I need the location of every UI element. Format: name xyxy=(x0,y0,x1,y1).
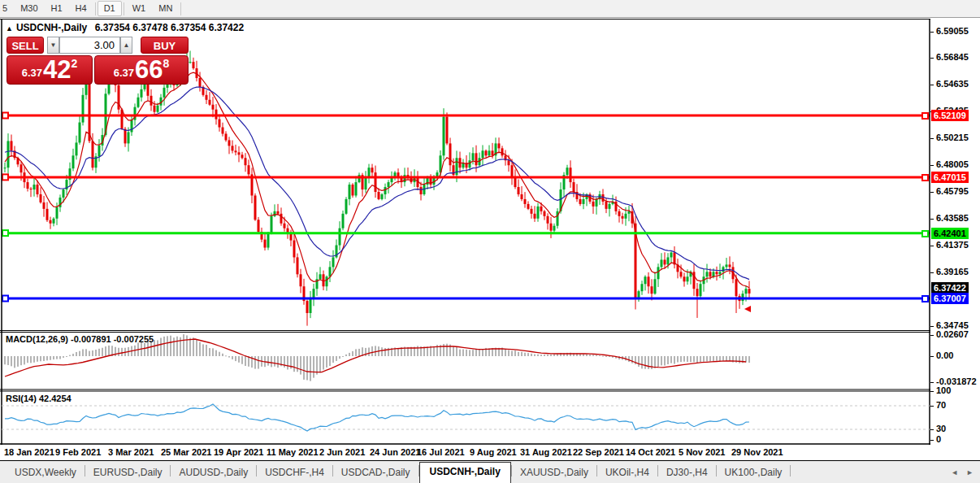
collapse-triangle-icon[interactable]: ▲ xyxy=(6,24,13,33)
chart-tab-bar: USDX,WeeklyEURUSD-,DailyAUDUSD-,DailyUSD… xyxy=(0,460,980,483)
date-tick-label: 24 Jun 2021 xyxy=(370,447,420,457)
axis-tick xyxy=(930,32,934,33)
date-tick-label: 25 Mar 2021 xyxy=(161,447,211,457)
hline-right-handle[interactable] xyxy=(921,295,929,302)
rsi-tick-label: 0 xyxy=(936,434,941,444)
axis-tick xyxy=(930,440,934,441)
hline-price-badge: 6.47015 xyxy=(931,172,969,183)
price-tick-label: 6.43585 xyxy=(936,213,969,223)
timeframe-button-H1[interactable]: H1 xyxy=(45,1,69,16)
hline-left-handle[interactable] xyxy=(2,230,8,236)
rsi-tick-label: 100 xyxy=(936,385,951,395)
axis-tick xyxy=(930,246,934,246)
date-tick-label: 9 Feb 2021 xyxy=(55,447,101,457)
date-tick-label: 31 Aug 2021 xyxy=(520,447,572,457)
price-tick-label: 6.39165 xyxy=(936,267,969,276)
chart-ohlc-values: 6.37354 6.37478 6.37354 6.37422 xyxy=(95,22,245,33)
sell-price-big: 42 xyxy=(43,58,71,82)
tab-usdcad-daily[interactable]: USDCAD-,Daily xyxy=(333,463,418,483)
hline-right-handle[interactable] xyxy=(921,112,929,120)
current-price-badge: 6.37422 xyxy=(931,282,969,294)
timeframe-toolbar: 5M30H1H4D1W1MN xyxy=(0,0,980,18)
date-tick-label: 11 May 2021 xyxy=(267,447,319,457)
axis-tick xyxy=(930,335,934,336)
tab-ukoil-h4[interactable]: UKOil-,H4 xyxy=(597,463,657,483)
hline-left-handle[interactable] xyxy=(2,296,8,302)
buy-price-sup: 8 xyxy=(163,57,170,70)
macd-tick-label: 0.00 xyxy=(936,350,953,360)
axis-tick xyxy=(930,58,934,59)
price-tick-label: 6.41375 xyxy=(936,240,969,250)
tab-usdcnh-daily[interactable]: USDCNH-,Daily xyxy=(419,462,511,483)
hline-right-handle[interactable] xyxy=(921,230,929,237)
price-axis[interactable]: 6.590556.568456.546356.524256.502156.480… xyxy=(930,19,980,445)
volume-increase-button[interactable]: ▲ xyxy=(120,37,132,54)
timeframe-button-W1[interactable]: W1 xyxy=(126,1,153,16)
volume-decrease-button[interactable]: ▼ xyxy=(47,37,59,54)
sell-button[interactable]: SELL xyxy=(7,37,44,54)
date-tick-label: 5 Nov 2021 xyxy=(679,447,725,457)
timeframe-button-MN[interactable]: MN xyxy=(152,1,179,16)
axis-tick xyxy=(930,382,934,383)
rsi-indicator-label: RSI(14) 42.4254 xyxy=(6,394,72,403)
tab-xauusd-daily[interactable]: XAUUSD-,Daily xyxy=(512,463,596,483)
hline-price-badge: 6.52109 xyxy=(931,110,969,121)
axis-tick xyxy=(930,138,934,139)
price-tick-label: 6.50215 xyxy=(936,133,969,142)
date-tick-label: 29 Nov 2021 xyxy=(731,447,783,457)
price-tick-label: 6.54635 xyxy=(936,79,969,89)
date-tick-label: 16 Jul 2021 xyxy=(417,447,465,457)
price-tick-label: 6.56845 xyxy=(936,52,969,62)
date-tick-label: 14 Oct 2021 xyxy=(626,447,675,457)
hline-price-badge: 6.42401 xyxy=(931,228,969,239)
buy-button[interactable]: BUY xyxy=(141,37,189,54)
timeframe-button-M30[interactable]: M30 xyxy=(14,1,44,16)
axis-tick xyxy=(930,356,934,357)
rsi-tick-label: 70 xyxy=(936,400,946,410)
tab-audusd-daily[interactable]: AUDUSD-,Daily xyxy=(171,463,256,483)
axis-tick xyxy=(930,192,934,193)
date-tick-label: 19 Apr 2021 xyxy=(214,447,263,457)
axis-tick xyxy=(930,165,934,166)
volume-input[interactable]: 3.00 xyxy=(59,37,120,54)
tab-scroll-arrows: ◄► xyxy=(951,468,973,476)
chart-window[interactable]: ▲USDCNH-,Daily 6.37354 6.37478 6.37354 6… xyxy=(0,19,930,445)
buy-price-prefix: 6.37 xyxy=(114,67,134,79)
macd-tick-label: 0.02607 xyxy=(936,329,969,339)
time-axis[interactable]: 18 Jan 20219 Feb 20213 Mar 202125 Mar 20… xyxy=(0,445,980,460)
hline-left-handle[interactable] xyxy=(2,174,8,180)
tab-uk100-daily[interactable]: UK100-,Daily xyxy=(717,463,791,483)
timeframe-button-H4[interactable]: H4 xyxy=(69,1,93,16)
sell-price-tile[interactable]: 6.37422 xyxy=(7,55,93,85)
axis-tick xyxy=(930,272,934,273)
tab-dj30-h4[interactable]: DJ30-,H4 xyxy=(658,463,716,483)
axis-tick xyxy=(930,326,934,327)
buy-price-tile[interactable]: 6.37668 xyxy=(94,55,189,85)
timeframe-button-5[interactable]: 5 xyxy=(0,1,14,16)
toolbar-separator xyxy=(180,2,181,15)
tab-usdchf-h4[interactable]: USDCHF-,H4 xyxy=(257,463,332,483)
chart-symbol-period: USDCNH-,Daily xyxy=(16,22,87,33)
tab-usdx-weekly[interactable]: USDX,Weekly xyxy=(7,463,85,483)
date-tick-label: 9 Aug 2021 xyxy=(470,447,517,457)
tab-scroll-right-icon[interactable]: ► xyxy=(966,468,973,476)
tab-eurusd-daily[interactable]: EURUSD-,Daily xyxy=(85,463,171,483)
chart-title: ▲USDCNH-,Daily 6.37354 6.37478 6.37354 6… xyxy=(6,22,244,33)
axis-tick xyxy=(930,391,934,392)
buy-price-big: 66 xyxy=(135,58,163,82)
hline-price-badge: 6.37007 xyxy=(931,293,969,304)
date-tick-label: 18 Jan 2021 xyxy=(4,447,54,457)
timeframe-button-D1[interactable]: D1 xyxy=(98,1,122,16)
hline-left-handle[interactable] xyxy=(2,113,8,119)
date-tick-label: 2 Jun 2021 xyxy=(319,447,365,457)
hline-right-handle[interactable] xyxy=(921,174,929,181)
date-tick-label: 22 Sep 2021 xyxy=(573,447,624,457)
macd-indicator-label: MACD(12,26,9) -0.007891 -0.007255 xyxy=(6,334,154,344)
axis-tick xyxy=(930,85,934,85)
axis-tick xyxy=(930,406,934,407)
tab-scroll-left-icon[interactable]: ◄ xyxy=(951,468,958,476)
axis-tick xyxy=(930,219,934,220)
sell-price-prefix: 6.37 xyxy=(22,67,42,79)
tab-separator xyxy=(790,465,791,476)
toolbar-separator xyxy=(124,2,124,15)
